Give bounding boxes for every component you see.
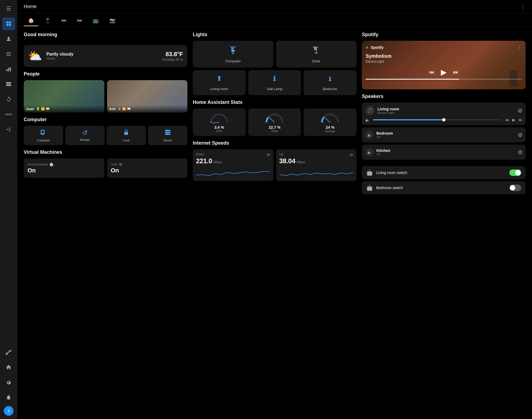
speaker-kitchen-avatar: 🔈 [365, 148, 374, 156]
person-juan[interactable]: Juan 🔋 📶 📖 [24, 80, 104, 113]
sidebar-avatar[interactable]: J [4, 406, 13, 416]
spotify-logo-icon: ● [366, 45, 369, 50]
svg-rect-2 [6, 24, 8, 26]
weather-temp-block: 83.8°F Humidity 55 % [162, 51, 183, 62]
sidebar-item-vscode[interactable] [2, 123, 15, 136]
computer-btn-server-label: Server [163, 139, 172, 142]
internet-section: Internet Speeds Down ⟳ 221.0 Mbps [193, 140, 356, 181]
spotify-more-icon[interactable]: ⋮ [517, 45, 522, 50]
up-speedometer-icon: ⟳ [350, 152, 353, 158]
speed-up-value-row: 38.04 Mbps [279, 157, 353, 165]
spotify-play-icon[interactable]: ▶ [441, 68, 447, 77]
computer-btn-lock-label: Lock [123, 139, 129, 142]
speed-down-card: Down ⟳ 221.0 Mbps [193, 149, 273, 181]
nav-tab-tv[interactable]: 📺 [88, 15, 103, 26]
storage-value: 24 % [326, 125, 334, 130]
vm-ha-name: Home Assistant 🏠 [28, 162, 101, 166]
nav-tabs: 🏠 📱 🛏 🛏 📺 📷 [17, 13, 532, 26]
vm-section: Virtual Machines Home Assistant 🏠 On Uni… [24, 149, 187, 178]
people-section: People Juan 🔋 📶 📖 [24, 71, 187, 113]
speaker-living-room: 🎵 Living room Electro-Light ⏻ 🔈 [362, 103, 526, 125]
sidebar-item-person[interactable] [2, 32, 15, 45]
computer-btn-computer[interactable]: Computer [24, 126, 63, 145]
stat-storage: 24 % Storage [304, 108, 356, 136]
nav-tab-home[interactable]: 🏠 [24, 15, 38, 26]
column-1: Good morning ⛅ Partly cloudy Home 83.8°F… [24, 32, 187, 196]
sidebar-item-refresh[interactable] [2, 93, 15, 106]
speaker-bed-avatar: 🔈 [365, 131, 374, 139]
people-grid: Juan 🔋 📶 📖 Ann [24, 80, 187, 113]
sidebar-item-wrench[interactable] [2, 346, 15, 359]
vm-unifi-status: On [111, 167, 184, 174]
spotify-prev-icon[interactable]: ⏮ [429, 69, 434, 75]
vm-unifi-name: UniFi 🖥 [111, 162, 184, 166]
sidebar-item-home[interactable] [2, 361, 15, 374]
speaker-lr-next-icon[interactable]: ⏭ [519, 118, 522, 122]
speaker-kitchen-power-icon[interactable]: ⏻ [518, 150, 522, 155]
spotify-controls: ⏮ ▶ ⏭ [366, 68, 522, 77]
speaker-lr-info: Living room Electro-Light [377, 107, 515, 114]
nav-tab-bed1[interactable]: 🛏 [57, 15, 71, 26]
nav-tab-bed2[interactable]: 🛏 [73, 15, 86, 26]
light-btn-bedroom[interactable]: Bedroom [304, 70, 356, 95]
nav-tab-camera[interactable]: 📷 [105, 15, 120, 26]
speaker-lr-controls: 🔈 ⏮ ▶ ⏭ [365, 118, 522, 122]
spotify-progress-fill [366, 79, 459, 80]
speaker-bed-power-icon[interactable]: ⏻ [518, 132, 522, 137]
light-btn-livingroom[interactable]: Living room [193, 70, 246, 95]
svg-line-41 [325, 118, 330, 122]
computer-btn-computer-label: Computer [37, 139, 50, 142]
speed-down-value: 221.0 [196, 157, 212, 165]
switch-bed-toggle[interactable] [509, 185, 521, 191]
main-content: Home ⋮ 🏠 📱 🛏 🛏 📺 📷 Good morning ⛅ Partly… [17, 0, 532, 419]
vm-ha-icon: 🏠 [49, 162, 54, 166]
weather-location: Home [46, 57, 158, 60]
vm-home-assistant[interactable]: Home Assistant 🏠 On [24, 158, 104, 178]
nav-tab-mobile[interactable]: 📱 [40, 15, 55, 26]
sidebar-item-list[interactable] [2, 47, 15, 60]
svg-rect-19 [124, 132, 128, 135]
svg-rect-18 [42, 134, 43, 134]
spotify-overlay: ● Spotify ⋮ Symbolism Electro-Light ⏮ ▶ … [362, 41, 526, 89]
weather-icon: ⛅ [28, 49, 42, 63]
computer-btn-server[interactable]: Server [148, 126, 187, 145]
speed-up-card: Up ⟳ 38.04 Mbps [276, 149, 357, 181]
computer-btn-restart[interactable]: ↺ Restart [65, 126, 105, 145]
light-btn-saltlamp[interactable]: Salt Lamp [248, 70, 301, 95]
speaker-bed-info: Bedroom Off [376, 131, 515, 139]
light-btn-computer[interactable]: Computer [193, 41, 273, 67]
speaker-lr-power-icon[interactable]: ⏻ [518, 108, 522, 113]
sidebar-item-dashboard[interactable] [2, 17, 15, 30]
spotify-next-icon[interactable]: ⏭ [453, 69, 459, 75]
svg-rect-38 [329, 80, 331, 81]
svg-point-25 [169, 134, 170, 135]
storage-gauge [319, 112, 341, 125]
speaker-lr-play-icon[interactable]: ▶ [512, 118, 515, 122]
menu-icon[interactable]: ☰ [4, 3, 13, 14]
svg-line-40 [269, 118, 274, 122]
vm-unifi[interactable]: UniFi 🖥 On [107, 158, 188, 178]
light-btn-desk[interactable]: Desk [276, 41, 357, 67]
sidebar-item-notifications[interactable] [2, 391, 15, 404]
sidebar-item-settings[interactable] [2, 376, 15, 389]
sidebar-item-hacs[interactable]: HACS [2, 108, 15, 121]
computer-btn-lock[interactable]: Lock [107, 126, 146, 145]
sidebar-item-chart[interactable] [2, 63, 15, 76]
person-ann-icons: 🗑 📶 📖 [118, 107, 131, 111]
speaker-lr-prev-icon[interactable]: ⏮ [505, 118, 509, 122]
speaker-kitchen-info: Kitchen Off [376, 148, 515, 156]
svg-line-39 [212, 122, 219, 123]
person-ann[interactable]: Ann 🗑 📶 📖 [107, 80, 188, 113]
switch-lr-toggle[interactable] [509, 169, 521, 176]
switch-bedroom: 🤖 Bedroom switch [362, 181, 526, 194]
speaker-kitchen-status: Off [376, 153, 515, 156]
speaker-lr-slider[interactable] [373, 119, 502, 120]
header-more-icon[interactable]: ⋮ [520, 3, 526, 10]
svg-rect-3 [9, 24, 11, 26]
spotify-app-name: Spotify [371, 45, 383, 50]
lamp-computer-icon [228, 45, 238, 57]
speaker-bed-status: Off [376, 135, 515, 139]
sidebar-item-server[interactable] [2, 78, 15, 91]
vm-ha-status: On [28, 167, 101, 174]
trash-icon: 🗑 [118, 107, 121, 111]
